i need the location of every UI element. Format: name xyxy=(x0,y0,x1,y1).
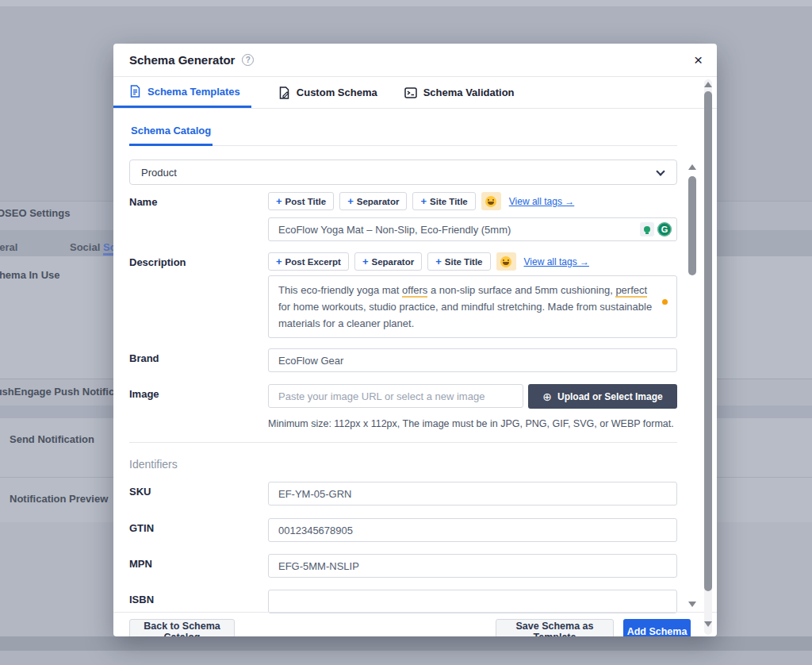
image-helper-text: Minimum size: 112px x 112px, The image m… xyxy=(268,418,677,429)
name-input-icons: G xyxy=(640,222,672,236)
bg-tab-social: Social xyxy=(70,241,100,253)
description-row: Description + Post Excerpt + Separator +… xyxy=(129,252,677,338)
description-textarea[interactable]: This eco-friendly yoga mat offers a non-… xyxy=(268,275,677,338)
name-input[interactable] xyxy=(268,217,677,241)
save-schema-as-template-button[interactable]: Save Schema as Template xyxy=(496,619,614,636)
schema-type-selected-value: Product xyxy=(141,167,177,179)
isbn-input[interactable] xyxy=(268,590,677,613)
modal-scroll-content: Schema Catalog Product Name + Post Title… xyxy=(113,109,717,636)
grammarly-icon[interactable]: G xyxy=(657,222,672,236)
tab-schema-validation[interactable]: Schema Validation xyxy=(404,77,515,108)
grammarly-suggestion-icon[interactable] xyxy=(640,222,654,236)
bg-send-notification: Send Notification xyxy=(10,433,94,445)
outer-scrollbar-thumb[interactable] xyxy=(704,91,712,591)
scroll-down-icon[interactable] xyxy=(688,602,696,607)
circled-plus-icon: ⊕ xyxy=(542,390,552,403)
outer-scrollbar[interactable] xyxy=(704,79,712,635)
modal-header: Schema Generator ? × xyxy=(113,44,717,77)
image-url-input[interactable] xyxy=(268,384,523,408)
grammarly-status-dot[interactable] xyxy=(662,299,668,305)
view-all-tags-link[interactable]: View all tags → xyxy=(509,196,574,207)
tag-site-title-button[interactable]: + Site Title xyxy=(427,252,490,271)
help-icon[interactable]: ? xyxy=(242,54,254,66)
tag-post-excerpt-button[interactable]: + Post Excerpt xyxy=(268,252,349,271)
inner-scrollbar-thumb[interactable] xyxy=(688,176,696,275)
image-label: Image xyxy=(129,384,268,429)
modal-title: Schema Generator xyxy=(129,53,235,67)
emoji-icon xyxy=(500,256,511,267)
back-to-schema-catalog-button[interactable]: Back to Schema Catalog xyxy=(129,619,235,636)
mpn-input[interactable] xyxy=(268,554,677,578)
chevron-down-icon xyxy=(656,167,665,175)
sku-input[interactable] xyxy=(268,482,677,505)
tab-custom-schema[interactable]: Custom Schema xyxy=(278,77,377,108)
name-label: Name xyxy=(129,192,268,241)
sku-row: SKU xyxy=(129,482,677,505)
name-row: Name + Post Title + Separator + Site Tit… xyxy=(129,192,677,241)
sku-label: SKU xyxy=(129,482,268,505)
brand-input[interactable] xyxy=(268,348,677,372)
emoji-icon xyxy=(485,196,496,207)
inner-scrollbar[interactable] xyxy=(688,163,696,607)
schema-generator-modal: Schema Generator ? × Schema Templates Cu… xyxy=(113,44,717,636)
subtab-schema-catalog[interactable]: Schema Catalog xyxy=(129,125,213,146)
tab-label: Schema Validation xyxy=(423,86,515,98)
section-divider xyxy=(129,442,677,443)
gtin-label: GTIN xyxy=(129,518,268,542)
bg-notification-preview: Notification Preview xyxy=(10,493,108,505)
overlay-band-footer-dark xyxy=(0,636,812,651)
emoji-picker-button[interactable] xyxy=(481,192,501,210)
scroll-up-icon[interactable] xyxy=(704,82,712,87)
terminal-icon xyxy=(404,87,417,98)
isbn-row: ISBN xyxy=(129,590,677,613)
gtin-input[interactable] xyxy=(268,518,677,542)
image-row: Image ⊕ Upload or Select Image Minimum s… xyxy=(129,384,677,429)
tag-separator-button[interactable]: + Separator xyxy=(354,252,422,271)
grammarly-underlined-word: perfect xyxy=(615,284,647,298)
overlay-band-footer-light xyxy=(0,651,812,665)
upload-or-select-image-button[interactable]: ⊕ Upload or Select Image xyxy=(528,384,677,409)
bg-tab-general: General xyxy=(0,241,17,253)
brand-row: Brand xyxy=(129,348,677,372)
emoji-picker-button[interactable] xyxy=(496,252,516,271)
document-edit-icon xyxy=(278,86,290,99)
modal-footer: Back to Schema Catalog Save Schema as Te… xyxy=(113,612,717,636)
bg-settings-title: AIOSEO Settings xyxy=(0,207,70,219)
gtin-row: GTIN xyxy=(129,518,677,542)
bg-schema-in-use: Schema In Use xyxy=(0,269,60,281)
tag-separator-button[interactable]: + Separator xyxy=(339,192,407,210)
brand-label: Brand xyxy=(129,348,268,372)
mpn-label: MPN xyxy=(129,554,268,578)
add-schema-button[interactable]: Add Schema xyxy=(623,619,691,636)
name-tag-row: + Post Title + Separator + Site Title Vi xyxy=(268,192,677,210)
overlay-band-top xyxy=(0,0,812,6)
description-tag-row: + Post Excerpt + Separator + Site Title xyxy=(268,252,677,271)
isbn-label: ISBN xyxy=(129,590,268,613)
tab-label: Schema Templates xyxy=(147,86,240,98)
schema-type-select[interactable]: Product xyxy=(129,160,677,185)
close-icon[interactable]: × xyxy=(694,52,703,67)
tab-label: Custom Schema xyxy=(297,86,377,98)
mpn-row: MPN xyxy=(129,554,677,578)
tag-post-title-button[interactable]: + Post Title xyxy=(268,192,334,210)
tab-schema-templates[interactable]: Schema Templates xyxy=(113,77,251,108)
identifiers-section-label: Identifiers xyxy=(129,458,677,471)
document-icon xyxy=(129,85,141,98)
view-all-tags-link[interactable]: View all tags → xyxy=(524,256,589,267)
grammarly-underlined-word: offers xyxy=(402,284,427,298)
scroll-down-icon[interactable] xyxy=(704,621,712,627)
tag-site-title-button[interactable]: + Site Title xyxy=(412,192,475,210)
scroll-up-icon[interactable] xyxy=(688,164,696,170)
description-label: Description xyxy=(129,252,268,338)
subtab-bar: Schema Catalog xyxy=(129,125,677,146)
modal-tab-bar: Schema Templates Custom Schema Schema Va… xyxy=(113,77,717,109)
